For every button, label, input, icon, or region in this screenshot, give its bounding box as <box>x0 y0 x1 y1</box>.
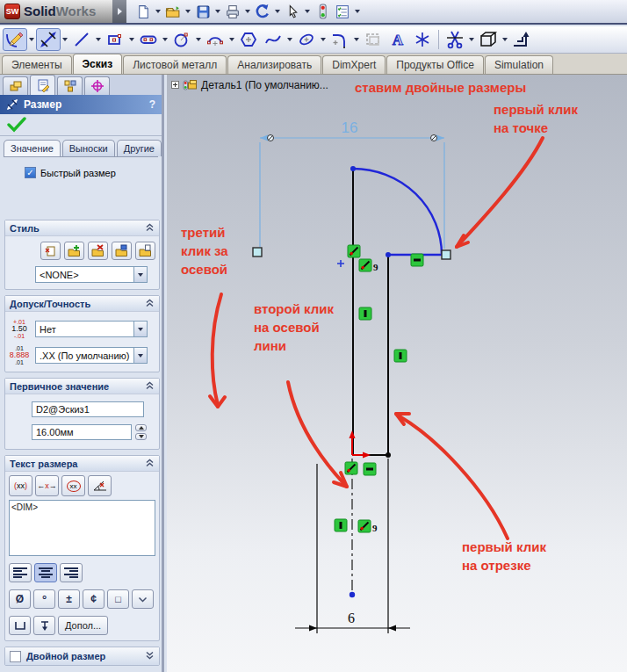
vertical-constraint-badge[interactable] <box>394 350 407 362</box>
add-style-button[interactable] <box>64 242 84 260</box>
depth-symbol-button[interactable] <box>33 616 55 635</box>
dim-offset-text-button[interactable]: xx <box>61 475 85 496</box>
ok-check-button[interactable] <box>7 117 26 133</box>
tolerance-dropdown[interactable]: Нет <box>35 321 148 337</box>
horizontal-constraint-badge[interactable] <box>364 463 376 475</box>
load-style-button[interactable] <box>135 242 155 260</box>
dim16-text[interactable]: 16 <box>342 119 358 136</box>
line-tool-dropdown[interactable] <box>94 30 103 49</box>
plus-minus-symbol-button[interactable]: ± <box>58 589 80 609</box>
slot-tool-dropdown[interactable] <box>161 30 169 49</box>
tolerance-dropdown-arrow[interactable] <box>133 321 148 337</box>
trim-entities-button[interactable] <box>443 28 467 51</box>
arc-tool-button[interactable] <box>203 28 227 51</box>
bottom-right-endpoint[interactable] <box>386 452 391 458</box>
print-button[interactable] <box>223 2 242 21</box>
spline-tool-button[interactable] <box>261 28 285 51</box>
align-center-button[interactable] <box>34 563 57 582</box>
options-button[interactable] <box>333 2 352 21</box>
line-tool-button[interactable] <box>69 28 94 51</box>
mirror-entities-dropdown[interactable] <box>501 30 509 49</box>
sketch-tool-dropdown[interactable] <box>27 30 36 49</box>
arc-entity[interactable] <box>353 169 442 255</box>
sketch-tool-button[interactable] <box>3 28 27 51</box>
arc-endpoint-handle[interactable] <box>442 250 450 259</box>
ellipse-tool-button[interactable] <box>294 28 319 51</box>
save-button[interactable] <box>193 2 213 21</box>
delete-style-button[interactable] <box>88 242 108 260</box>
rectangle-tool-button[interactable] <box>103 28 127 51</box>
undo-dropdown[interactable] <box>273 2 282 21</box>
vertical-constraint-badge[interactable] <box>359 307 371 320</box>
tangent-constraint-badge[interactable] <box>348 245 360 257</box>
help-button[interactable]: ? <box>149 98 155 111</box>
tab-evaluate[interactable]: Анализировать <box>227 55 321 74</box>
expand-chevron-icon[interactable] <box>145 651 155 661</box>
convert-entities-button[interactable] <box>361 28 386 51</box>
tangent-constraint-badge[interactable] <box>358 520 371 532</box>
circle-tool-button[interactable] <box>169 28 194 51</box>
save-dropdown[interactable] <box>213 2 222 21</box>
feature-manager-tab[interactable] <box>3 76 28 95</box>
square-symbol-button[interactable]: □ <box>107 589 129 609</box>
slot-tool-button[interactable] <box>136 28 161 51</box>
value-spin-down[interactable] <box>135 433 147 440</box>
vertical-constraint-badge[interactable] <box>335 519 347 531</box>
align-left-button[interactable] <box>9 563 32 582</box>
point-tool-button[interactable] <box>410 28 435 51</box>
apply-default-style-button[interactable] <box>40 242 61 260</box>
quick-dimension-checkbox[interactable]: ✓ <box>25 167 36 178</box>
tab-sketch[interactable]: Эскиз <box>73 54 123 74</box>
subtab-value[interactable]: Значение <box>4 140 61 156</box>
configuration-manager-tab[interactable] <box>57 76 83 95</box>
value-spin-up[interactable] <box>135 424 147 431</box>
arc-tool-dropdown[interactable] <box>227 30 236 49</box>
dim-angle-text-button[interactable] <box>88 475 112 496</box>
fillet-tool-button[interactable] <box>328 28 352 51</box>
precision-dropdown-arrow[interactable] <box>133 347 148 364</box>
trim-entities-dropdown[interactable] <box>467 30 476 49</box>
centerline-endpoint[interactable] <box>350 592 355 597</box>
degree-symbol-button[interactable]: ° <box>33 589 55 609</box>
save-style-button[interactable] <box>112 242 132 260</box>
align-right-button[interactable] <box>60 563 83 582</box>
style-dropdown[interactable]: <NONE> <box>35 266 148 283</box>
dim6-text[interactable]: 6 <box>348 611 355 625</box>
dimension-name-field[interactable]: D2@Эскиз1 <box>32 401 144 417</box>
sketch-origin[interactable] <box>350 430 371 459</box>
dimxpert-manager-tab[interactable] <box>84 76 110 95</box>
tab-elements[interactable]: Элементы <box>2 55 72 74</box>
collapse-chevron-icon[interactable] <box>145 459 155 469</box>
undo-button[interactable] <box>253 2 272 21</box>
dim-parentheses-button[interactable]: (xx) <box>9 475 32 496</box>
collapse-chevron-icon[interactable] <box>145 299 155 309</box>
ellipse-tool-dropdown[interactable] <box>319 30 328 49</box>
more-options-button[interactable]: Допол... <box>58 616 108 635</box>
more-symbols-chevron-button[interactable] <box>132 589 154 609</box>
select-dropdown[interactable] <box>303 2 312 21</box>
open-dropdown[interactable] <box>184 2 192 21</box>
mirror-entities-button[interactable] <box>476 28 501 51</box>
spline-tool-dropdown[interactable] <box>285 30 294 49</box>
tangent-constraint-badge[interactable] <box>359 259 371 271</box>
arc-top-endpoint[interactable] <box>350 166 356 171</box>
new-document-dropdown[interactable] <box>154 2 162 21</box>
tab-office-products[interactable]: Продукты Office <box>386 55 484 74</box>
circle-tool-dropdown[interactable] <box>194 30 203 49</box>
polygon-tool-button[interactable] <box>236 28 261 51</box>
fillet-tool-dropdown[interactable] <box>352 30 361 49</box>
subtab-other[interactable]: Другие <box>117 140 162 156</box>
line-left-endpoint[interactable] <box>386 252 391 257</box>
precision-dropdown[interactable]: .XX (По умолчанию) <box>35 347 148 364</box>
property-manager-tab[interactable] <box>30 75 55 95</box>
centerline-symbol-button[interactable]: ¢ <box>83 589 104 609</box>
collapse-chevron-icon[interactable] <box>145 381 155 392</box>
smart-dimension-dropdown[interactable] <box>61 30 69 49</box>
tab-dimxpert[interactable]: DimXpert <box>322 55 386 74</box>
options-dropdown[interactable] <box>353 2 362 21</box>
diameter-symbol-button[interactable]: Ø <box>9 589 31 609</box>
horizontal-constraint-badge[interactable] <box>411 254 423 266</box>
counterbore-symbol-button[interactable] <box>9 616 31 635</box>
collapse-chevron-icon[interactable] <box>145 223 155 234</box>
menu-flyout-button[interactable] <box>112 0 126 23</box>
